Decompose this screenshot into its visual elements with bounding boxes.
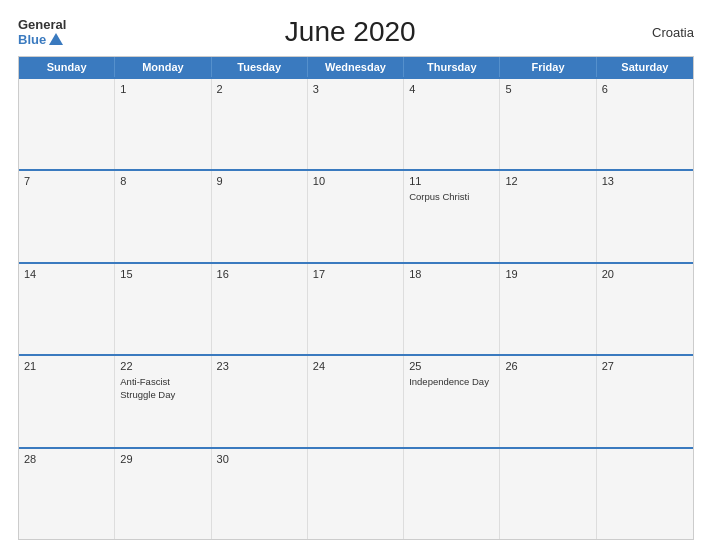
day-number: 6 bbox=[602, 83, 688, 95]
day-cell: 12 bbox=[500, 171, 596, 261]
calendar-body: 1234567891011Corpus Christi1213141516171… bbox=[19, 77, 693, 539]
week-row-3: 14151617181920 bbox=[19, 262, 693, 354]
day-number: 7 bbox=[24, 175, 109, 187]
day-cell: 5 bbox=[500, 79, 596, 169]
day-number: 9 bbox=[217, 175, 302, 187]
calendar-header-row: Sunday Monday Tuesday Wednesday Thursday… bbox=[19, 57, 693, 77]
day-number: 8 bbox=[120, 175, 205, 187]
day-number: 22 bbox=[120, 360, 205, 372]
day-cell: 13 bbox=[597, 171, 693, 261]
day-cell: 14 bbox=[19, 264, 115, 354]
col-thursday: Thursday bbox=[404, 57, 500, 77]
day-number: 28 bbox=[24, 453, 109, 465]
day-cell: 15 bbox=[115, 264, 211, 354]
day-cell: 10 bbox=[308, 171, 404, 261]
day-cell: 25Independence Day bbox=[404, 356, 500, 446]
day-cell: 16 bbox=[212, 264, 308, 354]
day-number: 25 bbox=[409, 360, 494, 372]
day-cell: 23 bbox=[212, 356, 308, 446]
col-saturday: Saturday bbox=[597, 57, 693, 77]
day-number: 18 bbox=[409, 268, 494, 280]
week-row-2: 7891011Corpus Christi1213 bbox=[19, 169, 693, 261]
day-cell: 11Corpus Christi bbox=[404, 171, 500, 261]
day-event: Independence Day bbox=[409, 376, 494, 388]
day-number: 26 bbox=[505, 360, 590, 372]
day-cell: 29 bbox=[115, 449, 211, 539]
day-cell: 21 bbox=[19, 356, 115, 446]
day-number: 2 bbox=[217, 83, 302, 95]
day-number: 27 bbox=[602, 360, 688, 372]
day-number: 24 bbox=[313, 360, 398, 372]
day-event: Corpus Christi bbox=[409, 191, 494, 203]
day-number: 20 bbox=[602, 268, 688, 280]
col-friday: Friday bbox=[500, 57, 596, 77]
day-number: 13 bbox=[602, 175, 688, 187]
day-event: Anti-Fascist Struggle Day bbox=[120, 376, 205, 401]
day-cell: 9 bbox=[212, 171, 308, 261]
day-number: 17 bbox=[313, 268, 398, 280]
day-cell: 4 bbox=[404, 79, 500, 169]
day-cell bbox=[597, 449, 693, 539]
day-cell: 27 bbox=[597, 356, 693, 446]
day-number: 29 bbox=[120, 453, 205, 465]
day-cell: 6 bbox=[597, 79, 693, 169]
day-cell: 19 bbox=[500, 264, 596, 354]
day-cell: 3 bbox=[308, 79, 404, 169]
day-cell: 17 bbox=[308, 264, 404, 354]
day-number: 14 bbox=[24, 268, 109, 280]
header: General Blue June 2020 Croatia bbox=[18, 16, 694, 48]
day-cell: 24 bbox=[308, 356, 404, 446]
day-cell: 18 bbox=[404, 264, 500, 354]
logo-triangle-icon bbox=[49, 33, 63, 45]
col-wednesday: Wednesday bbox=[308, 57, 404, 77]
calendar-title: June 2020 bbox=[66, 16, 634, 48]
week-row-5: 282930 bbox=[19, 447, 693, 539]
day-number: 10 bbox=[313, 175, 398, 187]
logo: General Blue bbox=[18, 17, 66, 47]
col-sunday: Sunday bbox=[19, 57, 115, 77]
day-number: 21 bbox=[24, 360, 109, 372]
day-number: 11 bbox=[409, 175, 494, 187]
calendar: Sunday Monday Tuesday Wednesday Thursday… bbox=[18, 56, 694, 540]
day-number: 15 bbox=[120, 268, 205, 280]
day-cell: 20 bbox=[597, 264, 693, 354]
day-cell bbox=[404, 449, 500, 539]
day-number: 1 bbox=[120, 83, 205, 95]
day-cell: 30 bbox=[212, 449, 308, 539]
day-cell bbox=[19, 79, 115, 169]
day-cell: 26 bbox=[500, 356, 596, 446]
col-monday: Monday bbox=[115, 57, 211, 77]
logo-general-text: General bbox=[18, 17, 66, 32]
day-cell: 1 bbox=[115, 79, 211, 169]
day-number: 3 bbox=[313, 83, 398, 95]
day-number: 30 bbox=[217, 453, 302, 465]
country-label: Croatia bbox=[634, 25, 694, 40]
col-tuesday: Tuesday bbox=[212, 57, 308, 77]
day-number: 12 bbox=[505, 175, 590, 187]
day-number: 23 bbox=[217, 360, 302, 372]
day-cell bbox=[308, 449, 404, 539]
day-cell bbox=[500, 449, 596, 539]
day-number: 5 bbox=[505, 83, 590, 95]
day-number: 4 bbox=[409, 83, 494, 95]
logo-blue-text: Blue bbox=[18, 32, 46, 47]
day-number: 16 bbox=[217, 268, 302, 280]
page: General Blue June 2020 Croatia Sunday Mo… bbox=[0, 0, 712, 550]
day-cell: 7 bbox=[19, 171, 115, 261]
day-cell: 28 bbox=[19, 449, 115, 539]
week-row-4: 2122Anti-Fascist Struggle Day232425Indep… bbox=[19, 354, 693, 446]
day-cell: 22Anti-Fascist Struggle Day bbox=[115, 356, 211, 446]
day-cell: 2 bbox=[212, 79, 308, 169]
day-cell: 8 bbox=[115, 171, 211, 261]
day-number: 19 bbox=[505, 268, 590, 280]
week-row-1: 123456 bbox=[19, 77, 693, 169]
